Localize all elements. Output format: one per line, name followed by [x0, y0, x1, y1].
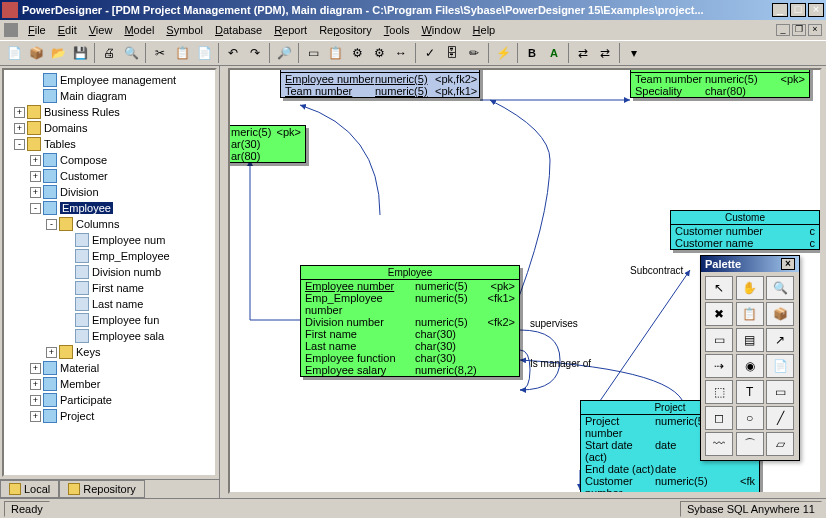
print-button[interactable]: 🖨: [99, 43, 119, 63]
tree-item[interactable]: +Division: [6, 184, 213, 200]
tb-trigger-button[interactable]: ⚡: [493, 43, 513, 63]
entity-member[interactable]: Member Employee numbernumeric(5)<pk,fk2>…: [280, 68, 480, 98]
tree-item[interactable]: +Project: [6, 408, 213, 424]
save-button[interactable]: 💾: [70, 43, 90, 63]
palette-zoom-button[interactable]: 🔍: [766, 276, 794, 300]
tree-expander[interactable]: +: [46, 347, 57, 358]
entity-team[interactable]: Team Team numbernumeric(5)<pk>Speciality…: [630, 68, 810, 98]
palette-rect-button[interactable]: ◻: [705, 406, 733, 430]
tree-item[interactable]: +Material: [6, 360, 213, 376]
palette-package-button[interactable]: 📦: [766, 302, 794, 326]
tree-expander[interactable]: +: [30, 379, 41, 390]
tree-item[interactable]: Emp_Employee: [6, 248, 213, 264]
palette-polyline-button[interactable]: 〰: [705, 432, 733, 456]
menu-help[interactable]: Help: [467, 24, 502, 36]
tree-item[interactable]: +Domains: [6, 120, 213, 136]
palette-arc-button[interactable]: ⌒: [736, 432, 764, 456]
tree-expander[interactable]: -: [30, 203, 41, 214]
tb-text-button[interactable]: A: [544, 43, 564, 63]
tree-item[interactable]: Employee sala: [6, 328, 213, 344]
tree-item[interactable]: +Participate: [6, 392, 213, 408]
menu-symbol[interactable]: Symbol: [160, 24, 209, 36]
tree-item[interactable]: Last name: [6, 296, 213, 312]
entity-fragment[interactable]: meric(5)<pk>ar(30)ar(80): [228, 125, 306, 163]
entity-customer[interactable]: Custome Customer numbercCustomer namec: [670, 210, 820, 250]
tab-local[interactable]: Local: [0, 480, 59, 498]
model-tree[interactable]: Employee managementMain diagram+Business…: [2, 68, 217, 477]
menu-tools[interactable]: Tools: [378, 24, 416, 36]
menu-repository[interactable]: Repository: [313, 24, 378, 36]
tree-item[interactable]: Employee num: [6, 232, 213, 248]
palette-props-button[interactable]: 📋: [736, 302, 764, 326]
undo-button[interactable]: ↶: [223, 43, 243, 63]
tb-box-button[interactable]: ▭: [303, 43, 323, 63]
tree-expander[interactable]: +: [14, 107, 25, 118]
close-button[interactable]: ×: [808, 3, 824, 17]
menu-edit[interactable]: Edit: [52, 24, 83, 36]
tb-compare-button[interactable]: ↔: [391, 43, 411, 63]
menu-report[interactable]: Report: [268, 24, 313, 36]
tb-sync1-button[interactable]: ⇄: [573, 43, 593, 63]
mdi-minimize-button[interactable]: _: [776, 24, 790, 36]
tb-gen1-button[interactable]: ⚙: [347, 43, 367, 63]
minimize-button[interactable]: _: [772, 3, 788, 17]
menu-model[interactable]: Model: [118, 24, 160, 36]
tree-item[interactable]: Employee management: [6, 72, 213, 88]
tree-item[interactable]: -Columns: [6, 216, 213, 232]
redo-button[interactable]: ↷: [245, 43, 265, 63]
palette-line-button[interactable]: ╱: [766, 406, 794, 430]
palette-link-button[interactable]: ↗: [766, 328, 794, 352]
tree-item[interactable]: Division numb: [6, 264, 213, 280]
new-model-button[interactable]: 📦: [26, 43, 46, 63]
palette-delete-button[interactable]: ✖: [705, 302, 733, 326]
palette-table-button[interactable]: ▭: [705, 328, 733, 352]
find-button[interactable]: 🔎: [274, 43, 294, 63]
tb-check-button[interactable]: ✓: [420, 43, 440, 63]
tree-expander[interactable]: +: [30, 363, 41, 374]
new-button[interactable]: 📄: [4, 43, 24, 63]
palette-polygon-button[interactable]: ▱: [766, 432, 794, 456]
tb-prop-button[interactable]: 📋: [325, 43, 345, 63]
tb-db-button[interactable]: 🗄: [442, 43, 462, 63]
tree-expander[interactable]: -: [46, 219, 57, 230]
palette-window[interactable]: Palette × ↖ ✋ 🔍 ✖ 📋 📦 ▭ ▤ ↗ ⇢ ◉ 📄 ⬚: [700, 255, 800, 461]
mdi-restore-button[interactable]: ❐: [792, 24, 806, 36]
palette-title-button[interactable]: ▭: [766, 380, 794, 404]
tab-repository[interactable]: Repository: [59, 480, 145, 498]
tb-edit-button[interactable]: ✏: [464, 43, 484, 63]
preview-button[interactable]: 🔍: [121, 43, 141, 63]
palette-ext-button[interactable]: ⬚: [705, 380, 733, 404]
menu-database[interactable]: Database: [209, 24, 268, 36]
tree-expander[interactable]: +: [30, 411, 41, 422]
tree-item[interactable]: Employee fun: [6, 312, 213, 328]
palette-pointer-button[interactable]: ↖: [705, 276, 733, 300]
tree-item[interactable]: +Member: [6, 376, 213, 392]
palette-grabber-button[interactable]: ✋: [736, 276, 764, 300]
tree-item[interactable]: -Employee: [6, 200, 213, 216]
palette-proc-button[interactable]: ◉: [736, 354, 764, 378]
entity-employee[interactable]: Employee Employee numbernumeric(5)<pk>Em…: [300, 265, 520, 377]
palette-reference-button[interactable]: ⇢: [705, 354, 733, 378]
tree-expander[interactable]: +: [30, 171, 41, 182]
tree-item[interactable]: +Business Rules: [6, 104, 213, 120]
palette-titlebar[interactable]: Palette ×: [701, 256, 799, 272]
menu-file[interactable]: File: [22, 24, 52, 36]
palette-close-button[interactable]: ×: [781, 258, 795, 270]
tree-item[interactable]: +Customer: [6, 168, 213, 184]
tree-item[interactable]: First name: [6, 280, 213, 296]
diagram-canvas[interactable]: Member Employee numbernumeric(5)<pk,fk2>…: [228, 68, 822, 494]
palette-ellipse-button[interactable]: ○: [736, 406, 764, 430]
tb-dropdown-button[interactable]: ▾: [624, 43, 644, 63]
tree-expander[interactable]: +: [30, 187, 41, 198]
menu-window[interactable]: Window: [415, 24, 466, 36]
mdi-close-button[interactable]: ×: [808, 24, 822, 36]
tree-expander[interactable]: +: [14, 123, 25, 134]
tb-sync2-button[interactable]: ⇄: [595, 43, 615, 63]
tree-expander[interactable]: -: [14, 139, 25, 150]
tree-expander[interactable]: +: [30, 395, 41, 406]
tb-bold-button[interactable]: B: [522, 43, 542, 63]
copy-button[interactable]: 📋: [172, 43, 192, 63]
tree-item[interactable]: +Keys: [6, 344, 213, 360]
tree-expander[interactable]: +: [30, 155, 41, 166]
cut-button[interactable]: ✂: [150, 43, 170, 63]
